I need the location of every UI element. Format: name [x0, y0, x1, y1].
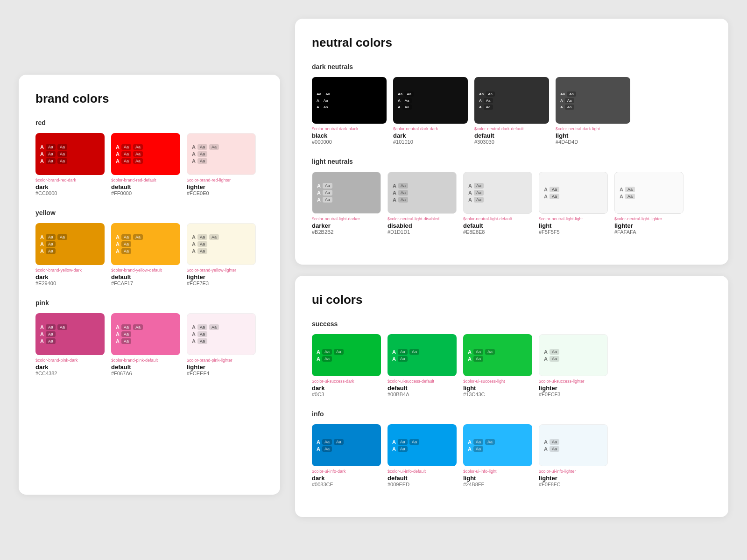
- card-token: $color-brand-yellow-dark: [35, 268, 105, 273]
- color-swatch: AAaAa AAa: [388, 334, 457, 376]
- card-name: light: [463, 385, 532, 392]
- color-card: AAaAa AAa $color-ui-info-default default…: [388, 424, 457, 487]
- card-hex: #0C3: [312, 392, 381, 397]
- card-token: $color-brand-yellow-lighter: [187, 268, 256, 273]
- card-hex: #FCAF17: [111, 280, 180, 286]
- card-name: default: [111, 183, 180, 190]
- color-card: AAaAa AAa AAa $color-brand-pink-default …: [111, 313, 180, 376]
- card-hex: #FAFAFA: [614, 229, 684, 235]
- yellow-color-row: AAaAa AAa AAa $color-brand-yellow-dark d…: [35, 223, 263, 286]
- card-token: $color-neutral-dark-default: [474, 126, 549, 131]
- card-hex: #F0FCF3: [539, 392, 608, 397]
- card-name: lighter: [187, 364, 256, 371]
- color-swatch: AAaAa AAaAa AAaAa: [35, 133, 105, 175]
- card-token: $color-neutral-light-lighter: [614, 217, 684, 221]
- brand-title: brand colors: [35, 91, 263, 106]
- card-hex: #E29400: [35, 280, 105, 286]
- card-token: $color-ui-info-dark: [312, 469, 381, 474]
- color-card: AaAa AAa AAa $color-neutral-dark-dark da…: [393, 77, 468, 145]
- color-swatch: AAaAa AAa AAa: [111, 313, 180, 355]
- color-swatch: AAaAa AAa AAa: [187, 223, 256, 265]
- color-swatch: AaAa AAa AAa: [393, 77, 468, 124]
- card-token: $color-ui-success-light: [463, 379, 532, 384]
- color-card: AAa AAa $color-ui-success-lighter lighte…: [539, 334, 608, 397]
- card-token: $color-brand-red-dark: [35, 178, 105, 182]
- color-card: AaAa AAa AAa $color-neutral-dark-light l…: [556, 77, 630, 145]
- card-hex: #F0F8FC: [539, 482, 608, 487]
- card-token: $color-brand-red-lighter: [187, 178, 256, 182]
- info-section: info AAaAa AAa $color-ui-info-dark dark …: [312, 410, 712, 487]
- color-swatch: AAaAa AAa AAa: [187, 313, 256, 355]
- color-card: AAa AAa AAa $color-neutral-light-disable…: [388, 172, 457, 235]
- card-token: $color-ui-success-dark: [312, 379, 381, 384]
- card-token: $color-brand-red-default: [111, 178, 180, 182]
- card-token: $color-neutral-light-darker: [312, 217, 381, 221]
- card-hex: #4D4D4D: [556, 139, 630, 145]
- color-card: AAaAa AAa $color-ui-success-dark dark #0…: [312, 334, 381, 397]
- card-name: black: [312, 132, 387, 139]
- color-swatch: AAa AAa: [539, 172, 608, 214]
- dark-neutrals-section: dark neutrals AaAa AAa AAa $color-neutra…: [312, 63, 712, 145]
- brand-colors-panel: brand colors red AAaAa AAaAa AAaAa $colo…: [19, 75, 280, 495]
- card-token: $color-neutral-dark-dark: [393, 126, 468, 131]
- card-hex: #FCF7E3: [187, 280, 256, 286]
- color-card: AAa AAa AAa $color-neutral-light-default…: [463, 172, 532, 235]
- success-section: success AAaAa AAa $color-ui-success-dark…: [312, 320, 712, 397]
- card-name: default: [388, 385, 457, 392]
- card-token: $color-ui-success-default: [388, 379, 457, 384]
- color-swatch: AAa AAa: [539, 424, 608, 466]
- card-name: disabled: [388, 222, 457, 229]
- color-swatch: AAaAa AAa AAa: [35, 223, 105, 265]
- card-name: light: [556, 132, 630, 139]
- color-card: AAaAa AAa $color-ui-info-light light #24…: [463, 424, 532, 487]
- color-swatch: AaAa AAa AAa: [474, 77, 549, 124]
- yellow-label: yellow: [35, 209, 263, 217]
- color-card: AAaAa AAa AAa $color-brand-yellow-dark d…: [35, 223, 105, 286]
- color-card: AAa AAa AAa $color-neutral-light-darker …: [312, 172, 381, 235]
- card-hex: #E8E8E8: [463, 229, 532, 235]
- color-card: AAaAa AAa AAa $color-brand-red-lighter l…: [187, 133, 256, 196]
- color-swatch: AAaAa AAa AAa: [35, 313, 105, 355]
- color-swatch: AAa AAa AAa: [388, 172, 457, 214]
- pink-color-row: AAaAa AAa AAa $color-brand-pink-dark dar…: [35, 313, 263, 376]
- color-card: AaAa AAa AAa $color-neutral-dark-default…: [474, 77, 549, 145]
- card-hex: #303030: [474, 139, 549, 145]
- neutral-title: neutral colors: [312, 35, 712, 50]
- color-swatch: AAaAa AAaAa AAaAa: [111, 133, 180, 175]
- success-color-row: AAaAa AAa $color-ui-success-dark dark #0…: [312, 334, 712, 397]
- color-swatch: AAaAa AAa: [312, 334, 381, 376]
- color-swatch: AAa AAa AAa: [312, 172, 381, 214]
- light-neutrals-section: light neutrals AAa AAa AAa $color-neutra…: [312, 158, 712, 235]
- color-swatch: AAaAa AAa: [312, 424, 381, 466]
- color-card: AAaAa AAa AAa $color-brand-pink-dark dar…: [35, 313, 105, 376]
- color-card: AAaAa AAaAa AAaAa $color-brand-red-dark …: [35, 133, 105, 196]
- color-swatch: AAa AAa: [614, 172, 684, 214]
- color-card: AAaAa AAa AAa $color-brand-pink-lighter …: [187, 313, 256, 376]
- card-hex: #000000: [312, 139, 387, 145]
- card-name: lighter: [187, 273, 256, 280]
- card-hex: #FCE0E0: [187, 190, 256, 196]
- color-card: AAa AAa $color-neutral-light-lighter lig…: [614, 172, 684, 235]
- pink-label: pink: [35, 299, 263, 307]
- card-hex: #CC4382: [35, 371, 105, 376]
- card-hex: #009EED: [388, 482, 457, 487]
- ui-title: ui colors: [312, 293, 712, 307]
- color-card: AAa AAa $color-ui-info-lighter lighter #…: [539, 424, 608, 487]
- ui-colors-panel: ui colors success AAaAa AAa $color-ui-su…: [295, 276, 728, 517]
- card-token: $color-brand-pink-default: [111, 358, 180, 363]
- card-hex: #FCEEF4: [187, 371, 256, 376]
- color-card: AAaAa AAa $color-ui-success-light light …: [463, 334, 532, 397]
- card-name: dark: [393, 132, 468, 139]
- card-token: $color-brand-yellow-default: [111, 268, 180, 273]
- card-name: default: [111, 364, 180, 371]
- color-card: AAaAa AAa AAa $color-brand-yellow-lighte…: [187, 223, 256, 286]
- card-token: $color-ui-success-lighter: [539, 379, 608, 384]
- card-name: dark: [35, 364, 105, 371]
- card-token: $color-ui-info-default: [388, 469, 457, 474]
- card-hex: #D1D1D1: [388, 229, 457, 235]
- card-name: dark: [35, 183, 105, 190]
- color-card: AAaAa AAaAa AAaAa $color-brand-red-defau…: [111, 133, 180, 196]
- right-column: neutral colors dark neutrals AaAa AAa AA…: [295, 19, 728, 541]
- light-neutrals-row: AAa AAa AAa $color-neutral-light-darker …: [312, 172, 712, 235]
- color-card: AaAa AAa AAa $color-neutral-dark-black b…: [312, 77, 387, 145]
